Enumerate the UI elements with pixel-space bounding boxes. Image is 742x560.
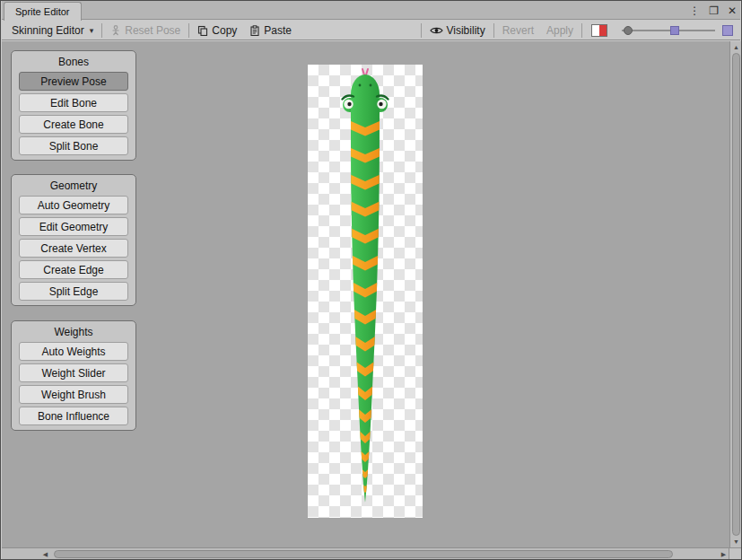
slider-knob[interactable] [624,26,633,35]
preview-pose-button[interactable]: Preview Pose [19,72,128,91]
create-edge-button[interactable]: Create Edge [19,260,128,279]
snake-sprite [308,65,423,518]
eye-icon [430,26,443,35]
scrollbar-corner [729,547,741,560]
revert-button[interactable]: Revert [496,21,540,39]
scroll-up-icon[interactable]: ▲ [730,41,742,53]
auto-geometry-button[interactable]: Auto Geometry [19,196,128,214]
close-icon[interactable]: ✕ [728,5,737,16]
slider-track [622,30,715,31]
titlebar: Sprite Editor ⋮ ❐ ✕ [2,1,740,20]
paste-label: Paste [264,24,292,37]
weights-panel-title: Weights [19,324,128,342]
copy-label: Copy [212,24,237,37]
geometry-panel-title: Geometry [19,178,128,196]
bone-influence-button[interactable]: Bone Influence [19,407,128,425]
toolbar: Skinning Editor ▾ Reset Pose Copy [2,21,740,40]
vertical-scrollbar[interactable]: ▲ ▼ [729,41,742,547]
copy-button[interactable]: Copy [191,21,243,39]
reset-pose-icon [110,25,121,36]
create-vertex-button[interactable]: Create Vertex [19,239,128,258]
weight-slider-button[interactable]: Weight Slider [19,363,128,382]
bones-panel-title: Bones [19,54,128,72]
texture-grid-icon[interactable] [722,25,733,36]
auto-weights-button[interactable]: Auto Weights [19,342,128,361]
window-controls: ⋮ ❐ ✕ [689,1,737,20]
weights-panel: Weights Auto Weights Weight Slider Weigh… [11,320,136,431]
bones-panel: Bones Preview Pose Edit Bone Create Bone… [11,50,136,161]
toolbar-separator [493,23,494,38]
toolbar-separator [188,23,189,38]
zoom-slider[interactable] [622,23,715,38]
skinning-editor-label: Skinning Editor [12,24,84,37]
editor-canvas[interactable]: Bones Preview Pose Edit Bone Create Bone… [2,41,742,547]
sprite-editor-window: Sprite Editor ⋮ ❐ ✕ Skinning Editor ▾ Re… [0,0,742,560]
toolbar-separator [101,23,102,38]
horizontal-scrollbar[interactable]: ◀ ▶ [2,547,729,560]
sprite-canvas[interactable] [308,65,423,518]
create-bone-button[interactable]: Create Bone [19,115,128,134]
reset-pose-label: Reset Pose [125,24,180,37]
reset-pose-button[interactable]: Reset Pose [104,21,187,39]
paste-button[interactable]: Paste [243,21,298,39]
weight-brush-button[interactable]: Weight Brush [19,385,128,404]
apply-label: Apply [546,24,573,37]
menu-icon[interactable]: ⋮ [689,5,700,16]
horizontal-scrollbar-thumb[interactable] [54,550,673,558]
geometry-panel: Geometry Auto Geometry Edit Geometry Cre… [11,174,136,306]
paste-icon [249,25,260,36]
skinning-editor-dropdown[interactable]: Skinning Editor ▾ [5,21,100,39]
edit-bone-button[interactable]: Edit Bone [19,93,128,112]
chevron-down-icon: ▾ [90,26,94,35]
visibility-button[interactable]: Visibility [423,21,492,39]
maximize-icon[interactable]: ❐ [709,5,719,16]
color-mode-icon[interactable] [591,24,607,37]
scroll-left-icon[interactable]: ◀ [39,548,51,560]
toolbar-separator [581,23,582,38]
tab-title: Sprite Editor [15,6,70,17]
tab-sprite-editor[interactable]: Sprite Editor [4,2,82,21]
toolbar-right-group: Visibility Revert Apply [419,21,738,39]
edit-geometry-button[interactable]: Edit Geometry [19,217,128,236]
toolbar-separator [421,23,422,38]
split-edge-button[interactable]: Split Edge [19,282,128,301]
scroll-down-icon[interactable]: ▼ [730,536,742,547]
copy-icon [197,25,208,36]
revert-label: Revert [502,24,534,37]
slider-alt-knob[interactable] [670,26,679,35]
visibility-label: Visibility [447,24,485,37]
vertical-scrollbar-thumb[interactable] [732,53,740,536]
apply-button[interactable]: Apply [540,21,580,39]
split-bone-button[interactable]: Split Bone [19,136,128,155]
